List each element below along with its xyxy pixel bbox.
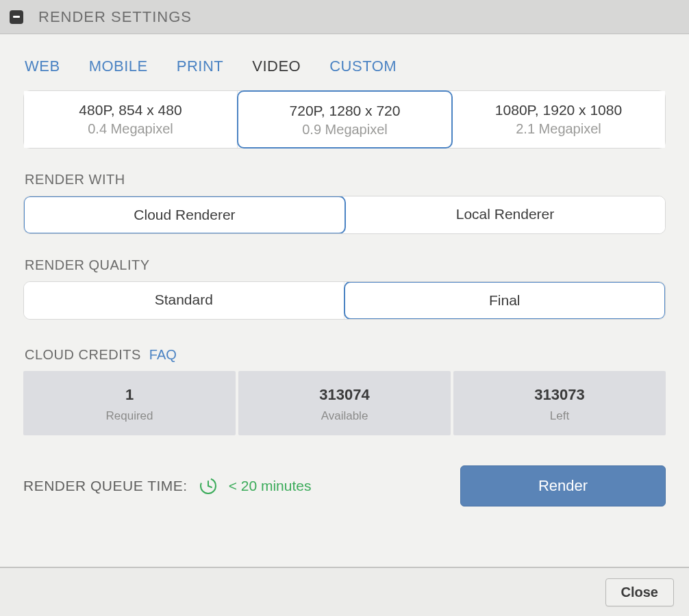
render-with-group: Cloud Renderer Local Renderer — [23, 196, 666, 234]
collapse-icon[interactable] — [10, 10, 23, 24]
resolution-group: 480P, 854 x 480 0.4 Megapixel 720P, 1280… — [23, 90, 666, 149]
clock-icon — [199, 476, 218, 496]
credits-left: 313073 Left — [453, 371, 666, 435]
render-settings-window: RENDER SETTINGS WEB MOBILE PRINT VIDEO C… — [0, 0, 689, 616]
credits-left-caption: Left — [453, 409, 666, 423]
quality-standard-option[interactable]: Standard — [24, 282, 344, 319]
resolution-subtitle: 2.1 Megapixel — [459, 121, 658, 137]
cloud-renderer-option[interactable]: Cloud Renderer — [23, 196, 346, 234]
faq-link[interactable]: FAQ — [149, 347, 177, 363]
queue-time-label: RENDER QUEUE TIME: — [23, 478, 188, 494]
resolution-720p[interactable]: 720P, 1280 x 720 0.9 Megapixel — [237, 90, 453, 149]
cloud-credits-label: CLOUD CREDITS — [25, 347, 141, 363]
credits-required-value: 1 — [23, 386, 236, 404]
size-tabs: WEB MOBILE PRINT VIDEO CUSTOM — [23, 57, 666, 75]
credits-required: 1 Required — [23, 371, 236, 435]
credits-available-caption: Available — [238, 409, 451, 423]
resolution-title: 1080P, 1920 x 1080 — [459, 102, 658, 118]
queue-time-value: < 20 minutes — [229, 478, 312, 494]
tab-mobile[interactable]: MOBILE — [89, 57, 148, 75]
tab-custom[interactable]: CUSTOM — [329, 57, 397, 75]
credits-left-value: 313073 — [453, 386, 666, 404]
local-renderer-option[interactable]: Local Renderer — [345, 196, 665, 233]
titlebar: RENDER SETTINGS — [0, 0, 689, 34]
tab-video[interactable]: VIDEO — [252, 57, 301, 75]
tab-web[interactable]: WEB — [25, 57, 60, 75]
resolution-title: 720P, 1280 x 720 — [245, 103, 444, 119]
window-title: RENDER SETTINGS — [38, 8, 192, 26]
resolution-1080p[interactable]: 1080P, 1920 x 1080 2.1 Megapixel — [452, 91, 665, 148]
credits-required-caption: Required — [23, 409, 236, 423]
resolution-subtitle: 0.9 Megapixel — [245, 122, 444, 138]
render-quality-group: Standard Final — [23, 281, 666, 320]
resolution-subtitle: 0.4 Megapixel — [31, 121, 230, 137]
resolution-480p[interactable]: 480P, 854 x 480 0.4 Megapixel — [24, 91, 238, 148]
credits-available: 313074 Available — [238, 371, 451, 435]
cloud-credits-header: CLOUD CREDITS FAQ — [25, 347, 666, 363]
render-button[interactable]: Render — [460, 465, 666, 506]
svg-line-2 — [208, 486, 212, 487]
queue-row: RENDER QUEUE TIME: < 20 minutes Render — [23, 465, 666, 506]
quality-final-option[interactable]: Final — [344, 281, 666, 320]
credits-grid: 1 Required 313074 Available 313073 Left — [23, 371, 666, 435]
credits-available-value: 313074 — [238, 386, 451, 404]
render-with-heading: RENDER WITH — [25, 172, 666, 188]
dialog-footer: Close — [0, 567, 689, 616]
close-button[interactable]: Close — [605, 578, 674, 606]
render-quality-heading: RENDER QUALITY — [25, 257, 666, 273]
tab-print[interactable]: PRINT — [177, 57, 224, 75]
panel-body: WEB MOBILE PRINT VIDEO CUSTOM 480P, 854 … — [0, 34, 689, 567]
resolution-title: 480P, 854 x 480 — [31, 102, 230, 118]
